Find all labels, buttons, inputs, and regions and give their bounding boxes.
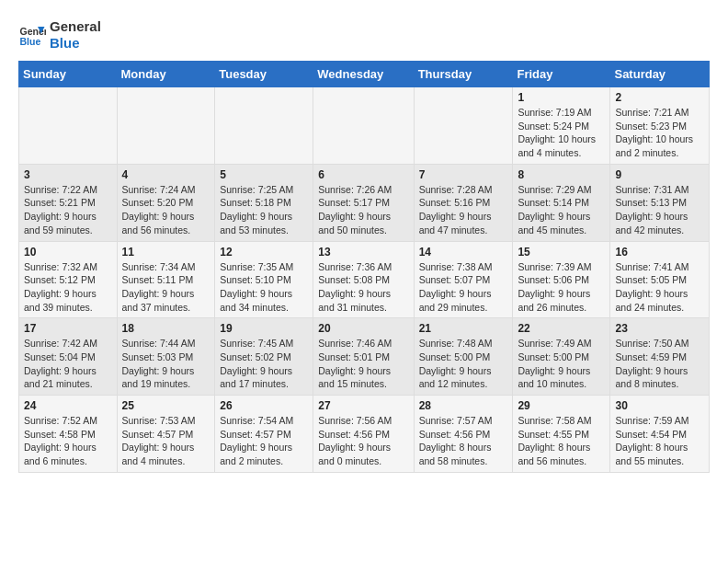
day-info: Sunrise: 7:42 AM Sunset: 5:04 PM Dayligh…: [24, 337, 112, 391]
day-number: 9: [615, 168, 704, 181]
day-info: Sunrise: 7:38 AM Sunset: 5:07 PM Dayligh…: [419, 260, 508, 315]
calendar-cell: 14Sunrise: 7:38 AM Sunset: 5:07 PM Dayli…: [414, 241, 513, 318]
logo-general: General: [50, 18, 101, 35]
day-info: Sunrise: 7:41 AM Sunset: 5:05 PM Dayligh…: [615, 260, 704, 315]
day-info: Sunrise: 7:32 AM Sunset: 5:12 PM Dayligh…: [24, 260, 112, 315]
day-number: 1: [518, 91, 605, 104]
calendar-cell: 9Sunrise: 7:31 AM Sunset: 5:13 PM Daylig…: [610, 164, 710, 241]
calendar-cell: 19Sunrise: 7:45 AM Sunset: 5:02 PM Dayli…: [215, 318, 313, 396]
day-number: 8: [518, 168, 605, 181]
day-info: Sunrise: 7:48 AM Sunset: 5:00 PM Dayligh…: [419, 337, 508, 391]
day-number: 25: [122, 399, 210, 412]
day-number: 5: [220, 168, 308, 181]
day-number: 11: [122, 246, 210, 259]
header-tuesday: Tuesday: [215, 62, 313, 87]
day-number: 3: [24, 168, 112, 181]
calendar-cell: 21Sunrise: 7:48 AM Sunset: 5:00 PM Dayli…: [414, 318, 513, 396]
calendar-cell: 2Sunrise: 7:21 AM Sunset: 5:23 PM Daylig…: [610, 87, 710, 165]
day-info: Sunrise: 7:21 AM Sunset: 5:23 PM Dayligh…: [615, 106, 704, 160]
day-info: Sunrise: 7:54 AM Sunset: 4:57 PM Dayligh…: [220, 414, 308, 468]
day-number: 27: [318, 399, 408, 412]
calendar-cell: 5Sunrise: 7:25 AM Sunset: 5:18 PM Daylig…: [215, 164, 313, 241]
calendar-cell: 17Sunrise: 7:42 AM Sunset: 5:04 PM Dayli…: [19, 318, 118, 396]
week-row-2: 3Sunrise: 7:22 AM Sunset: 5:21 PM Daylig…: [19, 164, 710, 241]
day-info: Sunrise: 7:29 AM Sunset: 5:14 PM Dayligh…: [518, 183, 605, 237]
calendar-cell: 10Sunrise: 7:32 AM Sunset: 5:12 PM Dayli…: [19, 241, 118, 318]
day-number: 17: [24, 322, 112, 335]
week-row-4: 17Sunrise: 7:42 AM Sunset: 5:04 PM Dayli…: [19, 318, 710, 396]
calendar-cell: 6Sunrise: 7:26 AM Sunset: 5:17 PM Daylig…: [313, 164, 414, 241]
header-sunday: Sunday: [19, 62, 118, 87]
day-number: 30: [615, 399, 704, 412]
day-info: Sunrise: 7:24 AM Sunset: 5:20 PM Dayligh…: [122, 183, 210, 237]
day-info: Sunrise: 7:56 AM Sunset: 4:56 PM Dayligh…: [318, 414, 408, 468]
calendar-cell: 30Sunrise: 7:59 AM Sunset: 4:54 PM Dayli…: [610, 396, 710, 473]
week-row-1: 1Sunrise: 7:19 AM Sunset: 5:24 PM Daylig…: [19, 87, 710, 165]
day-info: Sunrise: 7:28 AM Sunset: 5:16 PM Dayligh…: [419, 183, 508, 237]
calendar-table: SundayMondayTuesdayWednesdayThursdayFrid…: [18, 61, 710, 473]
calendar-cell: 4Sunrise: 7:24 AM Sunset: 5:20 PM Daylig…: [117, 164, 215, 241]
calendar-cell: 25Sunrise: 7:53 AM Sunset: 4:57 PM Dayli…: [117, 396, 215, 473]
day-info: Sunrise: 7:45 AM Sunset: 5:02 PM Dayligh…: [220, 337, 308, 391]
day-number: 23: [615, 322, 704, 335]
day-info: Sunrise: 7:34 AM Sunset: 5:11 PM Dayligh…: [122, 260, 210, 315]
day-info: Sunrise: 7:36 AM Sunset: 5:08 PM Dayligh…: [318, 260, 408, 315]
week-row-5: 24Sunrise: 7:52 AM Sunset: 4:58 PM Dayli…: [19, 396, 710, 473]
day-info: Sunrise: 7:39 AM Sunset: 5:06 PM Dayligh…: [518, 260, 605, 315]
calendar-cell: 3Sunrise: 7:22 AM Sunset: 5:21 PM Daylig…: [19, 164, 118, 241]
day-number: 22: [518, 322, 605, 335]
day-number: 2: [615, 91, 704, 104]
day-number: 14: [419, 246, 508, 259]
calendar-cell: 13Sunrise: 7:36 AM Sunset: 5:08 PM Dayli…: [313, 241, 414, 318]
day-info: Sunrise: 7:19 AM Sunset: 5:24 PM Dayligh…: [518, 106, 605, 160]
calendar-cell: 28Sunrise: 7:57 AM Sunset: 4:56 PM Dayli…: [414, 396, 513, 473]
calendar-cell: 18Sunrise: 7:44 AM Sunset: 5:03 PM Dayli…: [117, 318, 215, 396]
day-info: Sunrise: 7:31 AM Sunset: 5:13 PM Dayligh…: [615, 183, 704, 237]
header-monday: Monday: [117, 62, 215, 87]
day-info: Sunrise: 7:52 AM Sunset: 4:58 PM Dayligh…: [24, 414, 112, 468]
calendar-cell: [313, 87, 414, 165]
day-info: Sunrise: 7:50 AM Sunset: 4:59 PM Dayligh…: [615, 337, 704, 391]
day-info: Sunrise: 7:57 AM Sunset: 4:56 PM Dayligh…: [419, 414, 508, 468]
day-number: 29: [518, 399, 605, 412]
header-thursday: Thursday: [414, 62, 513, 87]
day-number: 4: [122, 168, 210, 181]
header-wednesday: Wednesday: [313, 62, 414, 87]
day-number: 19: [220, 322, 308, 335]
day-info: Sunrise: 7:59 AM Sunset: 4:54 PM Dayligh…: [615, 414, 704, 468]
day-info: Sunrise: 7:35 AM Sunset: 5:10 PM Dayligh…: [220, 260, 308, 315]
day-info: Sunrise: 7:53 AM Sunset: 4:57 PM Dayligh…: [122, 414, 210, 468]
calendar-cell: 16Sunrise: 7:41 AM Sunset: 5:05 PM Dayli…: [610, 241, 710, 318]
calendar-cell: 11Sunrise: 7:34 AM Sunset: 5:11 PM Dayli…: [117, 241, 215, 318]
calendar-cell: [117, 87, 215, 165]
calendar-cell: 29Sunrise: 7:58 AM Sunset: 4:55 PM Dayli…: [513, 396, 610, 473]
svg-text:Blue: Blue: [20, 36, 41, 47]
day-number: 13: [318, 246, 408, 259]
calendar-cell: [414, 87, 513, 165]
day-number: 26: [220, 399, 308, 412]
day-info: Sunrise: 7:58 AM Sunset: 4:55 PM Dayligh…: [518, 414, 605, 468]
page-header: General Blue General Blue: [18, 18, 710, 52]
day-info: Sunrise: 7:46 AM Sunset: 5:01 PM Dayligh…: [318, 337, 408, 391]
day-info: Sunrise: 7:22 AM Sunset: 5:21 PM Dayligh…: [24, 183, 112, 237]
calendar-cell: [215, 87, 313, 165]
logo-blue: Blue: [50, 35, 101, 52]
calendar-cell: 26Sunrise: 7:54 AM Sunset: 4:57 PM Dayli…: [215, 396, 313, 473]
calendar-cell: [19, 87, 118, 165]
calendar-cell: 8Sunrise: 7:29 AM Sunset: 5:14 PM Daylig…: [513, 164, 610, 241]
calendar-cell: 7Sunrise: 7:28 AM Sunset: 5:16 PM Daylig…: [414, 164, 513, 241]
calendar-cell: 23Sunrise: 7:50 AM Sunset: 4:59 PM Dayli…: [610, 318, 710, 396]
header-friday: Friday: [513, 62, 610, 87]
calendar-cell: 22Sunrise: 7:49 AM Sunset: 5:00 PM Dayli…: [513, 318, 610, 396]
calendar-cell: 20Sunrise: 7:46 AM Sunset: 5:01 PM Dayli…: [313, 318, 414, 396]
calendar-cell: 1Sunrise: 7:19 AM Sunset: 5:24 PM Daylig…: [513, 87, 610, 165]
day-number: 21: [419, 322, 508, 335]
day-number: 20: [318, 322, 408, 335]
day-number: 15: [518, 246, 605, 259]
day-number: 16: [615, 246, 704, 259]
day-number: 18: [122, 322, 210, 335]
header-saturday: Saturday: [610, 62, 710, 87]
day-number: 6: [318, 168, 408, 181]
day-info: Sunrise: 7:49 AM Sunset: 5:00 PM Dayligh…: [518, 337, 605, 391]
calendar-header-row: SundayMondayTuesdayWednesdayThursdayFrid…: [19, 62, 710, 87]
